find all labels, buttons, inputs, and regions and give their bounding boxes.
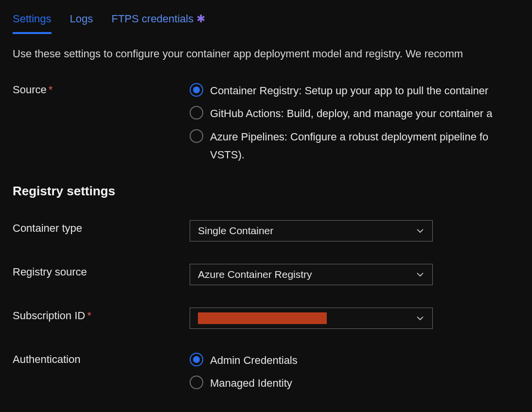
chevron-down-icon (416, 226, 425, 235)
settings-description: Use these settings to configure your con… (13, 48, 532, 60)
chevron-down-icon (416, 270, 425, 279)
radio-github-actions[interactable]: GitHub Actions: Build, deploy, and manag… (190, 104, 532, 122)
radio-icon (190, 129, 203, 143)
tab-settings[interactable]: Settings (13, 10, 52, 34)
radio-label-managed-identity: Managed Identity (210, 374, 292, 392)
redacted-subscription-value (198, 312, 327, 324)
dropdown-container-type[interactable]: Single Container (190, 220, 433, 241)
dropdown-container-type-value: Single Container (198, 225, 273, 237)
field-container-type: Container type Single Container (13, 220, 532, 241)
radio-label-line1: Azure Pipelines: Configure a robust depl… (210, 131, 488, 143)
radio-icon (190, 83, 203, 97)
dropdown-subscription-id[interactable] (190, 308, 433, 329)
radio-label-line2: VSTS). (210, 149, 245, 161)
tab-ftps-credentials[interactable]: FTPS credentials✱ (111, 10, 205, 34)
radio-container-registry[interactable]: Container Registry: Setup up your app to… (190, 82, 532, 100)
field-source: Source Container Registry: Setup up your… (13, 82, 532, 164)
radio-icon (190, 106, 203, 120)
radio-label-container-registry: Container Registry: Setup up your app to… (210, 82, 488, 100)
radio-icon (190, 353, 203, 366)
radio-icon (190, 376, 203, 389)
field-subscription-id: Subscription ID (13, 308, 532, 329)
label-subscription-id: Subscription ID (13, 308, 190, 322)
dropdown-registry-source[interactable]: Azure Container Registry (190, 264, 433, 285)
dropdown-registry-source-value: Azure Container Registry (198, 269, 312, 280)
radio-managed-identity[interactable]: Managed Identity (190, 374, 532, 392)
label-source: Source (13, 82, 190, 96)
field-authentication: Authentication Admin Credentials Managed… (13, 351, 532, 393)
radio-admin-credentials[interactable]: Admin Credentials (190, 351, 532, 369)
field-registry-source: Registry source Azure Container Registry (13, 264, 532, 285)
radio-azure-pipelines[interactable]: Azure Pipelines: Configure a robust depl… (190, 128, 532, 164)
authentication-radio-group: Admin Credentials Managed Identity (190, 351, 532, 393)
label-registry-source: Registry source (13, 264, 190, 278)
asterisk-icon: ✱ (196, 13, 205, 25)
tab-logs[interactable]: Logs (70, 10, 93, 34)
source-radio-group: Container Registry: Setup up your app to… (190, 82, 532, 164)
label-authentication: Authentication (13, 351, 190, 366)
radio-label-github-actions: GitHub Actions: Build, deploy, and manag… (210, 104, 493, 122)
tab-bar: Settings Logs FTPS credentials✱ (13, 10, 532, 34)
label-container-type: Container type (13, 220, 190, 235)
radio-label-azure-pipelines: Azure Pipelines: Configure a robust depl… (210, 128, 488, 164)
chevron-down-icon (416, 314, 425, 323)
tab-ftps-label: FTPS credentials (111, 13, 194, 25)
radio-label-admin-credentials: Admin Credentials (210, 351, 298, 369)
heading-registry-settings: Registry settings (13, 184, 532, 199)
